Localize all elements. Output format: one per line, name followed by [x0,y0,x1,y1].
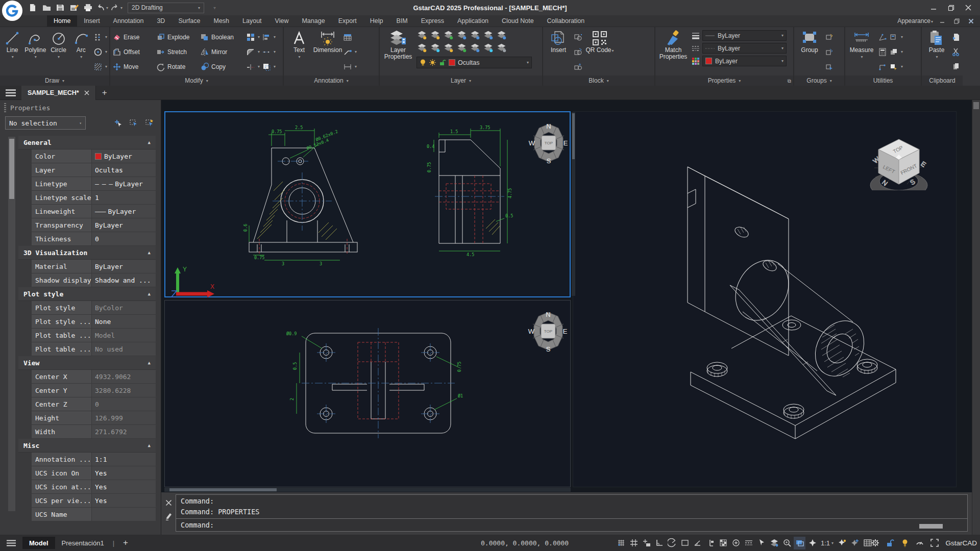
palette-row[interactable]: Plot style ...None [32,315,156,329]
offset-button[interactable]: Offset [112,45,156,58]
selection-cycling-icon[interactable] [730,537,742,549]
layer-walk-icon[interactable] [496,42,509,55]
compass-south[interactable]: S [547,157,551,164]
new-file-icon[interactable] [27,2,39,14]
dock-strip-handle[interactable] [973,102,979,109]
palette-row[interactable]: Lineweight———ByLayer [32,205,156,218]
tab-help[interactable]: Help [363,15,390,27]
view-cube[interactable]: W N S E TOP LEFT FRONT [868,134,929,190]
point-tools-icon[interactable]: ▾ [93,31,107,43]
erase-button[interactable]: Erase [112,31,156,43]
viewport-navigation-compass[interactable]: TOP N W E S [526,309,570,353]
snap-mode-icon[interactable] [615,537,627,549]
property-value[interactable]: Shadow and ... [92,273,156,287]
layer-isolate-icon[interactable] [456,42,470,55]
palette-scrollbar[interactable] [8,137,15,511]
qr-code-button[interactable]: QR Code▾ [585,29,615,54]
compass-south[interactable]: S [546,345,551,353]
tab-layout[interactable]: Layout [236,15,268,27]
property-value[interactable]: ByLayer [92,260,156,273]
match-properties-button[interactable]: Match Properties [657,29,689,60]
viewport-horizontal-scrollbar[interactable] [164,488,571,492]
polyline-button[interactable]: Polyline▾ [24,29,46,60]
compass-top-face[interactable]: TOP [544,329,552,334]
compass-top-face[interactable]: TOP [545,141,553,145]
lineweight-dropdown[interactable]: ByLayer▾ [702,30,787,41]
layer-previous-icon[interactable] [483,30,496,42]
tab-mesh[interactable]: Mesh [207,15,236,27]
doc-close-button[interactable] [966,16,976,26]
tab-insert[interactable]: Insert [77,15,106,27]
ungroup-icon[interactable] [825,31,834,43]
open-file-icon[interactable] [40,2,53,14]
selection-filter-icon[interactable] [755,537,767,549]
layout-tab-presentacion1[interactable]: Presentación1 [55,537,111,549]
block-attach-icon[interactable] [574,60,583,73]
collapse-icon[interactable]: ▲ [148,291,151,296]
property-value[interactable]: 1:1 [92,453,156,466]
collapse-icon[interactable]: ▲ [148,360,151,365]
linetype-icon[interactable] [691,44,700,53]
break-icon[interactable]: ▾ [246,60,260,73]
layer-unisolate-icon[interactable] [470,42,483,55]
layer-states-icon[interactable] [496,30,509,42]
leader-icon[interactable]: ▾ [343,45,357,58]
utilities-panel-footer[interactable]: Utilities [845,76,921,86]
layer-dropdown[interactable]: Ocultas ▾ [416,57,532,68]
command-scrollbar[interactable] [919,524,943,529]
group-button[interactable]: Group [796,29,823,54]
property-value[interactable]: 1 [92,191,156,204]
groups-panel-footer[interactable]: Groups▾ [794,76,844,86]
property-value[interactable]: None [92,315,156,328]
performance-gauge-icon[interactable] [914,537,925,549]
tab-cloud-note[interactable]: Cloud Note [495,15,541,27]
properties-panel-footer[interactable]: Properties▾ ⧉ [655,76,793,86]
collapse-icon[interactable]: ▲ [148,250,151,255]
close-button[interactable] [960,1,977,15]
divide-icon[interactable]: ▾ [262,45,276,58]
angle-measure-icon[interactable] [878,31,887,43]
tab-bim[interactable]: BIM [390,15,414,27]
clean-screen-icon[interactable] [928,537,940,549]
property-value[interactable]: ByLayer [92,218,156,232]
object-snap-icon[interactable] [641,537,652,549]
tab-surface[interactable]: Surface [172,15,207,27]
close-command-icon[interactable] [165,499,172,506]
property-value[interactable]: Yes [92,494,156,507]
palette-row[interactable]: Plot styleByColor [32,301,156,315]
document-tab[interactable]: SAMPLE_MECH* [21,86,96,100]
restore-button[interactable] [942,1,960,15]
tab-annotation[interactable]: Annotation [107,15,151,27]
palette-row[interactable]: Center Z0 [32,397,156,411]
draw-panel-footer[interactable]: Draw▾ [0,76,109,86]
rotate-button[interactable]: Rotate [156,60,200,73]
insert-button[interactable]: Insert [545,29,572,54]
layer-isolate-icon[interactable] [768,537,780,549]
layer-freeze-icon[interactable] [430,42,443,55]
lineweight-icon[interactable] [691,31,700,40]
command-prompt[interactable]: Command: [176,518,967,531]
linear-dim-icon[interactable]: ▾ [343,60,357,73]
line-button[interactable]: Line▾ [2,29,22,60]
palette-row[interactable]: Linetype— — —ByLayer [32,177,156,191]
modify-panel-footer[interactable]: Modify▾ [110,76,283,86]
palette-row[interactable]: Plot table ...Model [32,329,156,342]
property-value[interactable]: 0 [92,397,156,411]
tab-view[interactable]: View [268,15,296,27]
new-document-tab-button[interactable]: + [96,88,113,98]
hatch-icon[interactable]: ▾ [93,60,107,73]
tab-collaboration[interactable]: Collaboration [541,15,592,27]
property-value[interactable]: Yes [92,480,156,493]
layer-match-icon[interactable] [470,30,483,42]
layer-properties-button[interactable]: Layer Properties [382,29,414,60]
isometric-drafting-icon[interactable] [679,537,691,549]
layer-panel-footer[interactable]: Layer▾ [380,76,542,86]
block-panel-footer[interactable]: Block▾ [543,76,654,86]
palette-row[interactable]: Linetype scale1 [32,191,156,205]
circle-button[interactable]: Circle▾ [48,29,68,60]
palette-row[interactable]: TransparencyByLayer [32,218,156,232]
explode-button[interactable]: Explode [156,31,200,43]
selection-dropdown[interactable]: No selection ▾ [5,116,86,130]
property-value[interactable]: ByColor [92,301,156,314]
toggle-pickadd-icon[interactable] [112,117,124,129]
